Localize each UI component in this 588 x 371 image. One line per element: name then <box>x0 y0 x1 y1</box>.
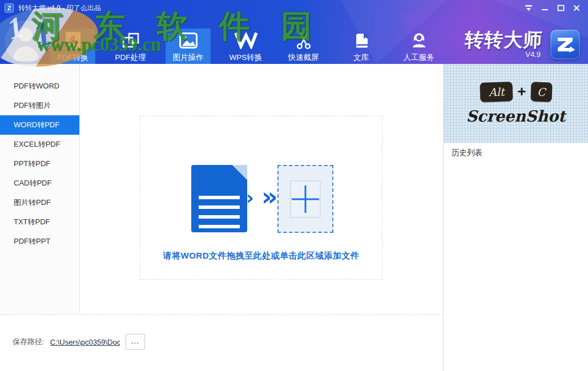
main-content: › » 请将WORD文件拖拽至此处或单击此区域添加文件 <box>80 64 443 314</box>
tab-label: WPS转换 <box>229 53 263 63</box>
maximize-button[interactable] <box>553 2 569 14</box>
brand-version: V4.9 <box>464 50 541 59</box>
dropzone-caption: 请将WORD文件拖拽至此处或单击此区域添加文件 <box>140 251 382 261</box>
add-file-box[interactable] <box>277 165 333 233</box>
menu-icon[interactable] <box>521 2 537 14</box>
sidebar-item-cad-to-pdf[interactable]: CAD转PDF <box>0 174 79 193</box>
main-nav: PDF转换 PDF处理 图片操作 WPS转换 <box>50 29 441 64</box>
sidebar-item-pdf-to-ppt[interactable]: PDF转PPT <box>0 232 79 251</box>
double-chevron-right-icon: » <box>261 184 277 209</box>
browse-button[interactable]: … <box>126 334 145 350</box>
sidebar-item-excel-to-pdf[interactable]: EXCEL转PDF <box>0 135 79 154</box>
sidebar-item-ppt-to-pdf[interactable]: PPT转PDF <box>0 154 79 174</box>
save-path-label: 保存路径: <box>13 337 45 347</box>
tab-label: 人工服务 <box>404 53 434 63</box>
tab-label: 图片操作 <box>173 53 204 63</box>
wps-logo-icon <box>234 31 258 50</box>
tab-pdf-convert[interactable]: PDF转换 <box>50 29 95 64</box>
window-title: 转转大师 v4.9 - 印了么出品 <box>18 3 101 13</box>
document-fold <box>232 165 247 180</box>
tab-label: PDF转换 <box>58 53 88 63</box>
brand-text: 转转大师 V4.9 <box>464 30 543 59</box>
avatar-body-icon <box>13 46 38 61</box>
app-window: Z 转转大师 v4.9 - 印了么出品 <box>0 0 588 371</box>
document-line <box>199 225 240 228</box>
tab-wps-convert[interactable]: WPS转换 <box>223 29 268 64</box>
document-line <box>199 215 240 219</box>
sidebar-list: PDF转WORD PDF转图片 WORD转PDF EXCEL转PDF PPT转P… <box>0 76 79 251</box>
tab-pdf-process[interactable]: PDF处理 <box>108 29 153 64</box>
brand-logo-icon <box>550 30 580 59</box>
plus-icon <box>305 186 307 213</box>
history-list-title: 历史列表 <box>452 148 482 158</box>
alt-key: Alt <box>480 82 513 102</box>
tab-label: 快速截屏 <box>288 53 319 63</box>
sidebar-item-pdf-to-image[interactable]: PDF转图片 <box>0 96 79 115</box>
tab-library[interactable]: 文库 <box>339 29 384 64</box>
titlebar: Z 转转大师 v4.9 - 印了么出品 <box>0 0 588 16</box>
close-button[interactable] <box>569 2 585 14</box>
plus-glyph: + <box>517 83 526 100</box>
tab-label: 文库 <box>353 53 369 63</box>
document-line <box>199 196 240 199</box>
hotkey-row: Alt + C <box>480 82 551 102</box>
sidebar-item-image-to-pdf[interactable]: 图片转PDF <box>0 193 79 212</box>
headset-person-icon <box>410 31 428 50</box>
file-dropzone[interactable]: › » 请将WORD文件拖拽至此处或单击此区域添加文件 <box>140 116 382 280</box>
sidebar-item-word-to-pdf[interactable]: WORD转PDF <box>0 115 79 135</box>
sidebar-item-txt-to-pdf[interactable]: TXT转PDF <box>0 212 79 232</box>
image-ops-icon <box>179 31 198 50</box>
screenshot-caption: ScreenShot <box>466 107 566 125</box>
minimize-button[interactable] <box>537 2 553 14</box>
c-key: C <box>530 82 552 102</box>
chevron-right-icon: › <box>246 188 254 207</box>
sidebar: PDF转WORD PDF转图片 WORD转PDF EXCEL转PDF PPT转P… <box>0 64 80 314</box>
screenshot-hotkey-promo[interactable]: Alt + C ScreenShot <box>444 64 588 143</box>
word-document-icon <box>191 165 247 232</box>
scissors-icon <box>295 31 312 50</box>
tab-screenshot[interactable]: 快速截屏 <box>281 29 326 64</box>
tab-label: PDF处理 <box>115 53 146 63</box>
brand-name: 转转大师 <box>465 30 543 49</box>
header: Z 转转大师 v4.9 - 印了么出品 <box>0 0 588 64</box>
user-avatar[interactable] <box>5 21 47 63</box>
pdf-process-icon <box>122 31 140 50</box>
save-path-row: 保存路径: C:\Users\pc0359\Doc … <box>13 334 145 350</box>
book-icon <box>353 31 370 50</box>
save-path-link[interactable]: C:\Users\pc0359\Doc <box>50 338 120 346</box>
brand: 转转大师 V4.9 <box>465 30 580 59</box>
right-panel: Alt + C ScreenShot 历史列表 <box>443 64 588 371</box>
tab-support[interactable]: 人工服务 <box>396 29 441 64</box>
sidebar-item-pdf-to-word[interactable]: PDF转WORD <box>0 76 79 96</box>
avatar-head-icon <box>19 28 33 42</box>
tab-image-ops[interactable]: 图片操作 <box>166 29 211 64</box>
document-line <box>199 205 240 209</box>
pdf-convert-icon <box>65 31 81 50</box>
app-icon: Z <box>5 3 14 13</box>
bottom-bar: 保存路径: C:\Users\pc0359\Doc … <box>0 314 443 371</box>
